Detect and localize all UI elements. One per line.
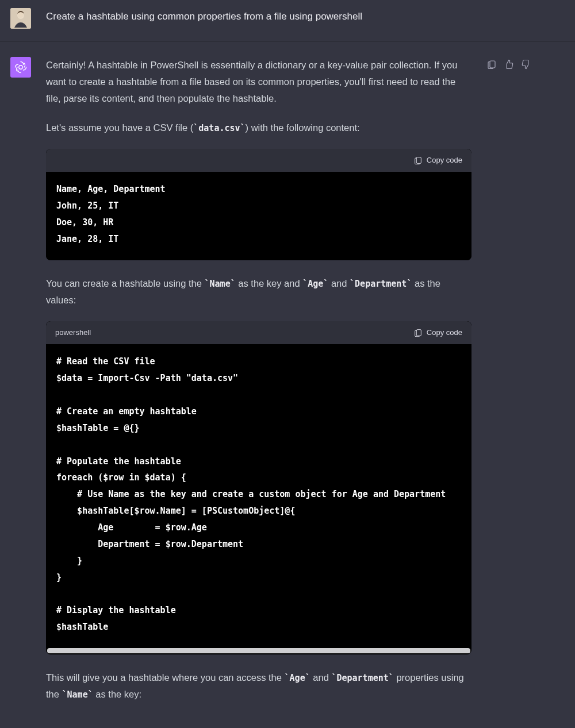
clipboard-icon <box>413 328 423 337</box>
inline-code: Age <box>285 673 310 683</box>
code-content[interactable]: Name, Age, Department John, 25, IT Doe, … <box>46 172 471 260</box>
assistant-message-row: Certainly! A hashtable in PowerShell is … <box>0 42 575 721</box>
svg-point-2 <box>18 12 24 18</box>
code-text: # Read the CSV file $data = Import-Csv -… <box>56 356 446 632</box>
assistant-paragraph: You can create a hashtable using the Nam… <box>46 275 471 309</box>
code-block: Copy code Name, Age, Department John, 25… <box>46 149 471 260</box>
inline-code: Name <box>205 279 236 289</box>
text: You can create a hashtable using the <box>46 278 205 288</box>
horizontal-scrollbar[interactable] <box>47 648 470 653</box>
thumbs-up-button[interactable] <box>504 58 514 68</box>
copy-label: Copy code <box>427 154 462 167</box>
code-lang-label: powershell <box>55 326 91 340</box>
svg-rect-6 <box>490 61 495 68</box>
code-content[interactable]: # Read the CSV file $data = Import-Csv -… <box>46 344 471 648</box>
assistant-paragraph: Let's assume you have a CSV file (data.c… <box>46 120 471 136</box>
svg-rect-4 <box>416 157 421 164</box>
code-block-header: Copy code <box>46 149 471 172</box>
text: as the key and <box>236 278 303 288</box>
inline-code: Age <box>302 279 328 289</box>
inline-code: data.csv <box>193 123 245 133</box>
assistant-paragraph: Certainly! A hashtable in PowerShell is … <box>46 57 471 107</box>
copy-code-button[interactable]: Copy code <box>413 326 462 340</box>
thumbs-down-icon <box>521 59 531 70</box>
code-block-header: powershell Copy code <box>46 321 471 345</box>
copy-code-button[interactable]: Copy code <box>413 154 462 167</box>
message-actions <box>486 57 531 715</box>
text: and <box>328 278 350 288</box>
copy-message-button[interactable] <box>486 58 497 68</box>
text: This will give you a hashtable where you… <box>46 672 285 683</box>
user-message-row: Create a hashtable using common properti… <box>0 0 575 42</box>
svg-point-3 <box>19 66 22 69</box>
copy-label: Copy code <box>427 326 462 340</box>
text: as the key: <box>93 689 141 699</box>
clipboard-icon <box>486 59 497 70</box>
thumbs-down-button[interactable] <box>521 58 531 68</box>
inline-code: Department <box>331 673 393 683</box>
svg-rect-5 <box>416 330 421 336</box>
code-text: Name, Age, Department John, 25, IT Doe, … <box>56 184 166 244</box>
user-avatar <box>10 8 31 29</box>
assistant-message-content: Certainly! A hashtable in PowerShell is … <box>46 57 471 715</box>
text: Let's assume you have a CSV file ( <box>46 122 193 133</box>
text: and <box>310 672 332 683</box>
text: ) with the following content: <box>246 122 360 133</box>
inline-code: Name <box>62 690 93 700</box>
clipboard-icon <box>413 156 423 165</box>
code-block: powershell Copy code # Read the CSV file… <box>46 321 471 655</box>
inline-code: Department <box>350 279 412 289</box>
assistant-paragraph: This will give you a hashtable where you… <box>46 669 471 703</box>
assistant-avatar <box>10 57 31 78</box>
thumbs-up-icon <box>504 59 514 70</box>
user-message-text: Create a hashtable using common properti… <box>46 8 471 29</box>
